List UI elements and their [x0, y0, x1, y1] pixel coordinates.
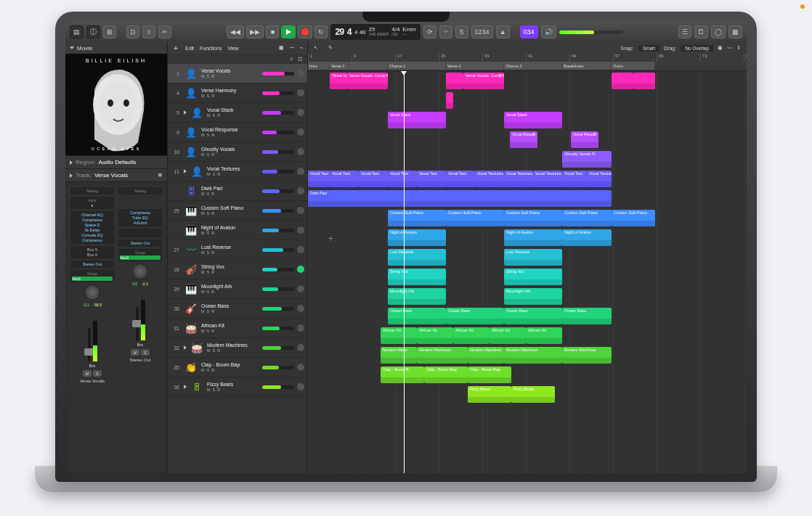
solo-button[interactable]: S — [207, 250, 210, 255]
region[interactable]: Custom Soft Piano — [612, 210, 655, 226]
track-volume-slider[interactable] — [262, 209, 294, 213]
input-monitor-button[interactable] — [297, 187, 304, 194]
mute-button[interactable]: M — [201, 192, 205, 196]
solo-button[interactable]: S — [207, 211, 210, 216]
group-button[interactable]: Vox2 — [120, 255, 161, 260]
record-enable-button[interactable]: R — [211, 133, 214, 137]
region[interactable] — [612, 73, 633, 89]
drag-select[interactable]: No Overlap — [681, 45, 713, 52]
input-monitor-button[interactable] — [297, 148, 304, 155]
track-volume-slider[interactable] — [262, 72, 294, 75]
add-track-button[interactable]: + — [172, 44, 179, 52]
region[interactable]: Ocean Bass — [388, 308, 446, 324]
track-header[interactable]: 1 👤 Verse VocalsMSR — [168, 64, 307, 83]
solo-button[interactable]: S — [207, 133, 210, 137]
solo-button[interactable]: S — [207, 94, 210, 98]
solo-button[interactable]: S — [207, 74, 210, 78]
record-enable-button[interactable]: R — [217, 172, 220, 176]
movie-header[interactable]: Movie — [65, 42, 167, 54]
mute-button[interactable]: M — [201, 211, 205, 216]
record-enable-button[interactable]: R — [211, 250, 214, 255]
solo-button[interactable]: S — [213, 348, 216, 353]
pan-knob[interactable] — [84, 284, 100, 300]
record-enable-button[interactable]: R — [211, 290, 214, 294]
record-enable-button[interactable]: R — [211, 94, 214, 98]
mute-button[interactable]: M — [201, 250, 205, 255]
solo-button[interactable]: S — [141, 349, 150, 356]
sends[interactable] — [118, 229, 162, 237]
input-monitor-button[interactable] — [297, 285, 304, 292]
region[interactable] — [446, 92, 453, 109]
solo-button[interactable]: S — [207, 152, 210, 157]
group-button[interactable]: Vox1 — [72, 277, 113, 281]
mute-button[interactable]: M — [201, 368, 205, 372]
track-volume-slider[interactable] — [262, 366, 294, 369]
input-monitor-button[interactable] — [297, 305, 304, 312]
loops-button[interactable]: ◯ — [711, 25, 726, 38]
solo-button[interactable]: S — [207, 368, 210, 372]
arrangement-marker[interactable]: Outro — [612, 62, 655, 70]
region[interactable]: African Kit — [526, 327, 562, 344]
list-editors-button[interactable]: ☰ — [678, 25, 691, 38]
track-header[interactable]: 28 🎻 String VoxMSR — [168, 260, 307, 279]
track-volume-slider[interactable] — [262, 327, 294, 330]
record-enable-button[interactable]: R — [217, 113, 220, 118]
region[interactable]: Clap - Boom Bap — [424, 366, 468, 383]
region[interactable]: African Kit — [490, 327, 526, 344]
record-enable-button[interactable]: R — [211, 231, 214, 235]
library-button[interactable]: ▤ — [70, 25, 84, 38]
region[interactable]: Lost Reverse — [388, 249, 446, 266]
mute-button[interactable]: M — [207, 113, 211, 118]
region[interactable]: Custom Soft Piano — [562, 210, 612, 226]
track-header[interactable]: 🎹 Night of AvalonMSR — [168, 221, 307, 240]
arrangement-marker[interactable]: Chorus 2 — [504, 62, 562, 70]
region[interactable]: Vocal Stack — [504, 112, 562, 128]
snap-select[interactable]: Smart — [638, 45, 659, 52]
editors-button[interactable]: ✂ — [158, 25, 171, 38]
track-volume-slider[interactable] — [262, 385, 294, 389]
vzoom-icon[interactable]: ⇕ — [736, 45, 741, 51]
view-menu[interactable]: View — [227, 46, 238, 51]
mute-button[interactable]: M — [201, 74, 205, 78]
track-header[interactable]: 35 👏 Clap - Boom BapMSR — [168, 358, 307, 377]
track-header[interactable]: 29 🎹 Moonlight ArkMSR — [168, 279, 307, 299]
region[interactable]: Vocal Textures — [587, 171, 612, 187]
region[interactable]: Vocal Respo — [510, 131, 537, 148]
region[interactable]: String Vox — [504, 269, 562, 285]
region[interactable]: Night of Avalon — [562, 229, 612, 246]
region[interactable]: Vocal Textures — [504, 171, 533, 187]
mixer-button[interactable]: ⫴ — [142, 25, 155, 38]
mute-button[interactable]: M — [201, 329, 205, 333]
mute-button[interactable]: M — [207, 348, 211, 353]
track-header[interactable]: 25 🎹 Custom Soft PianoMSR — [168, 201, 307, 221]
input-monitor-button[interactable] — [297, 128, 304, 136]
solo-button[interactable]: S — [213, 388, 216, 392]
region[interactable]: Ocean Bass — [446, 308, 504, 324]
solo-button[interactable]: S — [207, 290, 210, 294]
pointer-tool-icon[interactable]: ↖ — [314, 45, 318, 51]
record-enable-button[interactable]: R — [217, 348, 220, 353]
forward-button[interactable]: ▶▶ — [246, 25, 264, 38]
disclosure-icon[interactable] — [184, 345, 187, 350]
catch-icon[interactable]: ▦ — [279, 45, 284, 51]
track-volume-slider[interactable] — [262, 131, 294, 134]
replace-button[interactable]: ⟳ — [423, 25, 437, 38]
track-volume-slider[interactable] — [262, 150, 294, 154]
region[interactable]: Vocal Text — [308, 171, 330, 187]
record-enable-button[interactable]: R — [211, 74, 214, 78]
track-header[interactable]: 11 👤 Vocal TexturesMSR — [168, 162, 307, 181]
mute-button[interactable]: M — [83, 370, 92, 377]
automation-icon[interactable]: ⤳ — [290, 45, 294, 51]
stop-button[interactable]: ■ — [266, 25, 279, 38]
track-header[interactable]: 5 👤 Vocal StackMSR — [168, 103, 307, 123]
arrange-grid[interactable]: + Verse Vocals: Comp BVerse Vocals: Comp… — [308, 71, 747, 473]
mute-button[interactable]: M — [201, 270, 205, 274]
input-monitor-button[interactable] — [297, 109, 304, 116]
rewind-button[interactable]: ◀◀ — [227, 25, 244, 38]
solo-button[interactable]: S — [207, 270, 210, 274]
region[interactable]: Dark Pad — [308, 190, 612, 207]
input-monitor-button[interactable] — [297, 344, 304, 351]
region[interactable]: Verse Vocals: Comp B — [463, 73, 504, 89]
solo-button[interactable]: S — [207, 309, 210, 314]
region[interactable]: African Kit — [417, 327, 453, 344]
